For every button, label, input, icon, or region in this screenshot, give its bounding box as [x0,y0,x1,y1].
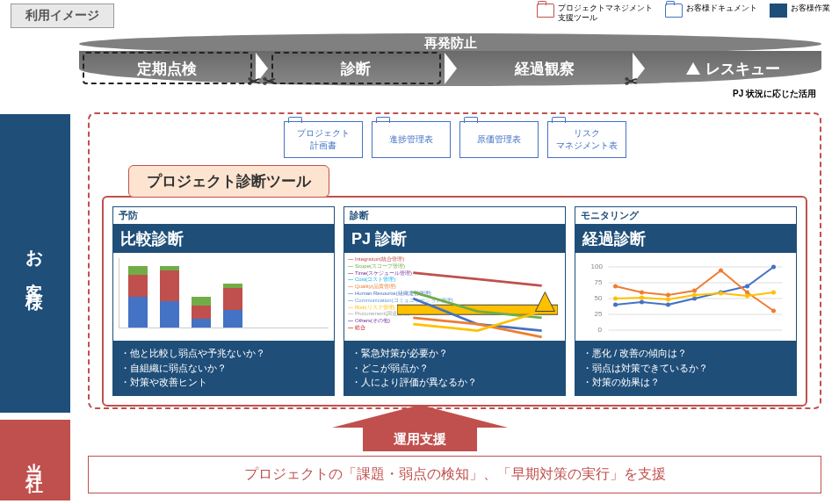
svg-point-17 [745,284,749,289]
doc-card: 原価管理表 [459,121,539,158]
svg-point-13 [640,300,644,305]
segment-label: レスキュー [705,59,780,79]
process-ring: 再発防止 定期点検✂ 診断✂ 経過観察✂ レスキュー PJ 状況に応じた活用 [79,33,821,104]
header-badge: 利用イメージ [11,4,114,28]
doc-card: プロジェクト 計画書 [284,121,363,158]
card-points: ・悪化 / 改善の傾向は？ ・弱点は対策できているか？ ・対策の効果は？ [575,341,796,395]
segment-label: 定期点検 [137,61,197,77]
svg-point-19 [613,284,618,289]
customer-area: プロジェクト 計画書 進捗管理表 原価管理表 リスク マネジメント表 プロジェク… [88,112,821,409]
svg-point-25 [771,309,776,313]
legend-item: プロジェクトマネジメント 支援ツール [537,4,653,23]
tool-title: プロジェクト診断ツール [128,165,329,198]
legend-label: お客様ドキュメント [686,4,757,13]
side-label-company: 当社 [0,420,70,500]
ring-band: 定期点検✂ 診断✂ 経過観察✂ レスキュー [79,51,821,86]
svg-text:100: 100 [591,263,604,270]
ring-note: PJ 状況に応じた活用 [733,88,816,100]
svg-text:75: 75 [595,278,603,286]
ring-segment: 診断✂ [268,59,445,79]
side-label-customer: お客様 [0,114,70,413]
legend-item: お客様作業 [770,4,830,18]
card-chart-pj: Integration(統合管理) Scope(スコープ管理) Time(スケジ… [344,253,565,341]
svg-point-32 [771,291,776,295]
svg-point-30 [719,292,723,296]
svg-text:50: 50 [595,294,603,302]
svg-point-26 [613,297,618,301]
svg-point-28 [666,298,670,302]
svg-point-21 [666,293,670,298]
legend-label: お客様作業 [791,4,830,13]
card-tag: モニタリング [575,207,796,225]
trend-svg: 100 75 50 25 0 [581,258,791,335]
legend: プロジェクトマネジメント 支援ツール お客様ドキュメント お客様作業 [537,4,830,23]
scissors-icon: ✂ [625,72,638,91]
svg-point-31 [745,294,749,299]
svg-text:25: 25 [595,310,603,318]
pj-lines-svg [397,260,558,388]
scissors-icon: ✂ [263,72,276,91]
diagnosis-tool-frame: 予防 比較診断 ・他と比較し弱点や予兆ないか？ ・自組織に弱点ないか？ ・対策や… [102,196,807,407]
svg-text:0: 0 [598,326,603,334]
box-icon [770,4,787,18]
warning-icon [686,62,700,75]
support-arrow: 運用支援 [332,405,508,451]
arrow-head-icon [332,405,508,428]
ring-segment-rescue: レスキュー [645,59,821,79]
arrow-label: 運用支援 [363,428,477,451]
svg-point-27 [640,296,644,300]
card-tag: 診断 [344,207,565,225]
card-chart-trend: 100 75 50 25 0 [575,253,796,341]
svg-point-14 [666,303,670,307]
svg-point-20 [640,291,644,295]
card-pj: 診断 PJ 診断 Integration(統合管理) Scope(スコープ管理)… [344,206,566,396]
legend-item: お客様ドキュメント [665,4,757,18]
svg-point-23 [719,269,723,273]
doc-card: 進捗管理表 [372,121,451,158]
card-chart-bars [113,253,334,341]
chevron-icon [445,53,457,84]
document-row: プロジェクト 計画書 進捗管理表 原価管理表 リスク マネジメント表 [102,121,807,158]
svg-point-29 [692,293,697,298]
folder-icon [537,4,554,18]
card-title: 比較診断 [113,225,334,253]
card-title: PJ 診断 [344,225,565,253]
scissors-icon: ✂ [248,72,261,91]
card-points: ・他と比較し弱点や予兆ないか？ ・自組織に弱点ないか？ ・対策や改善ヒント [113,341,334,395]
ring-segment: 経過観察✂ [457,59,633,79]
support-statement: プロジェクトの「課題・弱点の検知」、「早期対策の実行」を支援 [88,456,821,493]
segment-label: 経過観察 [515,61,575,77]
svg-point-12 [613,303,618,307]
card-compare: 予防 比較診断 ・他と比較し弱点や予兆ないか？ ・自組織に弱点ないか？ ・対策や… [112,206,335,396]
legend-label: プロジェクトマネジメント 支援ツール [558,4,653,23]
card-trend: モニタリング 経過診断 100 75 50 25 0 [575,206,797,396]
svg-point-22 [692,289,697,293]
svg-marker-1 [535,292,554,312]
card-title: 経過診断 [575,225,796,253]
segment-label: 診断 [341,61,371,77]
ring-segment: 定期点検✂ [79,59,256,79]
card-tag: 予防 [113,207,334,225]
svg-point-18 [771,265,776,270]
folder-icon [665,4,683,18]
doc-card: リスク マネジメント表 [547,121,626,158]
